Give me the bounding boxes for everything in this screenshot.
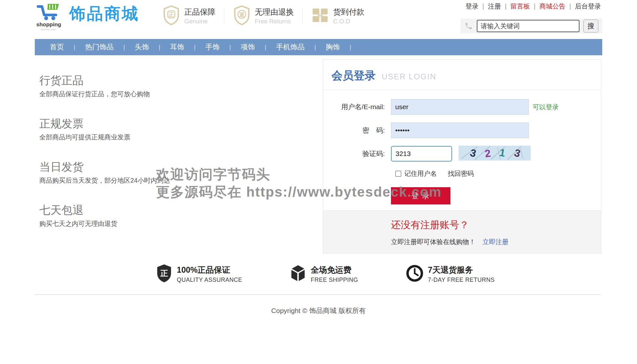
footer-divider	[35, 294, 601, 295]
clock-icon	[406, 265, 423, 283]
register-hint: 立即注册即可体验在线购物！	[391, 238, 475, 245]
svg-text:正: 正	[160, 269, 168, 278]
feature-title: 七天包退	[39, 203, 179, 217]
remember-checkbox[interactable]	[395, 171, 401, 177]
remember-label: 记住用户名	[404, 169, 437, 178]
copyright-text: Copyright © 饰品商城 版权所有	[0, 306, 637, 315]
search-bar: 搜	[461, 19, 602, 33]
login-footer: 还没有注册账号？ 立即注册即可体验在线购物！ 立即注册	[323, 210, 601, 253]
password-field[interactable]	[391, 123, 529, 138]
shield-returns-icon: 退	[233, 5, 251, 27]
badge-separator	[224, 8, 224, 23]
nav-item-necklaces[interactable]: 项饰	[231, 42, 265, 52]
top-links: 登录|注册|留言板|商城公告|后台登录	[465, 2, 601, 11]
password-label: 密 码:	[323, 126, 385, 135]
badge-title: 货到付款	[333, 7, 364, 17]
username-field[interactable]	[391, 99, 529, 115]
register-line: 立即注册即可体验在线购物！ 立即注册	[391, 238, 601, 246]
shield-genuine-icon: 正	[162, 5, 180, 27]
feature-same-day-shipping: 当日发货 商品购买后当天发货，部分地区24小时内到达	[39, 160, 179, 185]
logo-shopping-label: shopping	[36, 21, 61, 28]
bottom-feature-quality: 正 100%正品保证 QUALITY ASSURANCE	[156, 264, 242, 284]
bottom-feature-subtitle: 7-DAY FREE RETURNS	[428, 277, 495, 283]
badge-subtitle: Genuine	[184, 18, 215, 25]
feature-title: 正规发票	[39, 117, 179, 130]
feature-title: 行货正品	[39, 73, 179, 87]
bottom-feature-subtitle: FREE SHIPPING	[311, 277, 358, 283]
feature-desc: 全部商品均可提供正规商业发票	[39, 133, 179, 142]
badge-genuine: 正 正品保障 Genuine	[162, 5, 215, 27]
bottom-feature-returns: 7天退货服务 7-DAY FREE RETURNS	[406, 264, 495, 284]
features-left: 行货正品 全部商品保证行货正品，您可放心购物 正规发票 全部商品均可提供正规商业…	[39, 73, 179, 246]
nav-item-brooches[interactable]: 胸饰	[316, 42, 350, 52]
link-mall-announcement[interactable]: 商城公告	[540, 3, 566, 10]
bottom-feature-title: 7天退货服务	[428, 265, 495, 275]
feature-seven-day-return: 七天包退 购买七天之内可无理由退货	[39, 203, 179, 228]
link-login[interactable]: 登录	[465, 3, 478, 10]
feature-authentic: 行货正品 全部商品保证行货正品，您可放心购物	[39, 73, 179, 98]
badge-cod: 货到付款 C.O.D	[311, 6, 364, 26]
feature-desc: 全部商品保证行货正品，您可放心购物	[39, 90, 179, 98]
nav-item-phone-accessories[interactable]: 手机饰品	[266, 42, 314, 52]
badge-separator	[302, 8, 303, 23]
login-header: 会员登录 USER LOGIN	[323, 60, 601, 90]
username-row: 用户名/E-mail: 可以登录	[323, 99, 601, 115]
page: shopping online cart 饰品商城 正 正品保障 Genuine	[0, 0, 637, 364]
register-now-link[interactable]: 立即注册	[483, 238, 509, 245]
shield-icon: 正	[156, 264, 172, 284]
forgot-password-link[interactable]: 找回密码	[448, 169, 474, 178]
login-form: 用户名/E-mail: 可以登录 密 码: 验证码:	[323, 90, 601, 204]
main-nav: 首页| 热门饰品| 头饰| 耳饰| 手饰| 项饰| 手机饰品| 胸饰|	[35, 39, 602, 55]
link-admin-login[interactable]: 后台登录	[575, 3, 601, 10]
login-panel: 会员登录 USER LOGIN 用户名/E-mail: 可以登录 密 码: 验证…	[323, 59, 601, 254]
logo[interactable]: shopping online cart 饰品商城	[35, 2, 139, 31]
nav-item-bracelets[interactable]: 手饰	[196, 42, 229, 52]
header: shopping online cart 饰品商城 正 正品保障 Genuine	[35, 0, 602, 39]
password-row: 密 码:	[323, 123, 601, 138]
bottom-features: 正 100%正品保证 QUALITY ASSURANCE 全场免运费 FREE …	[156, 264, 495, 284]
username-ok-hint: 可以登录	[533, 103, 559, 111]
link-register[interactable]: 注册	[488, 3, 501, 10]
bottom-feature-title: 全场免运费	[311, 265, 358, 275]
main-content: 行货正品 全部商品保证行货正品，您可放心购物 正规发票 全部商品均可提供正规商业…	[35, 55, 602, 260]
cube-icon	[290, 264, 306, 284]
badge-subtitle: Free Returns	[255, 18, 294, 25]
brand-title: 饰品商城	[69, 2, 139, 25]
svg-text:退: 退	[239, 12, 245, 18]
search-input[interactable]	[477, 20, 579, 32]
badge-title: 正品保障	[184, 7, 215, 17]
feature-desc: 商品购买后当天发货，部分地区24小时内到达	[39, 176, 179, 185]
search-button[interactable]: 搜	[583, 20, 598, 32]
login-submit-button[interactable]: 登 录	[391, 187, 450, 204]
shopping-cart-icon	[36, 2, 61, 22]
badge-title: 无理由退换	[255, 7, 294, 17]
nav-item-headwear[interactable]: 头饰	[125, 42, 159, 52]
link-message-board[interactable]: 留言板	[511, 3, 530, 10]
feature-invoice: 正规发票 全部商品均可提供正规商业发票	[39, 117, 179, 142]
gift-cod-icon	[311, 6, 329, 26]
phone-icon	[464, 22, 473, 30]
bottom-feature-title: 100%正品保证	[177, 265, 242, 275]
logo-sub-label: online cart	[41, 28, 57, 31]
nav-item-home[interactable]: 首页	[40, 42, 74, 52]
header-badges: 正 正品保障 Genuine 退 无理由退换	[162, 6, 364, 26]
login-subtitle: USER LOGIN	[382, 72, 436, 81]
bottom-feature-subtitle: QUALITY ASSURANCE	[177, 277, 242, 283]
feature-desc: 购买七天之内可无理由退货	[39, 219, 179, 228]
nav-item-earrings[interactable]: 耳饰	[160, 42, 194, 52]
username-label: 用户名/E-mail:	[323, 102, 385, 111]
badge-subtitle: C.O.D	[333, 18, 364, 25]
svg-text:正: 正	[168, 12, 174, 18]
captcha-row: 验证码: 3 2 1	[323, 146, 601, 162]
feature-title: 当日发货	[39, 160, 179, 174]
badge-free-returns: 退 无理由退换 Free Returns	[233, 5, 294, 27]
login-title: 会员登录	[332, 69, 376, 82]
no-account-text: 还没有注册账号？	[391, 218, 601, 232]
nav-item-hot[interactable]: 热门饰品	[75, 42, 124, 52]
captcha-field[interactable]	[391, 146, 452, 162]
bottom-feature-shipping: 全场免运费 FREE SHIPPING	[290, 264, 358, 284]
captcha-label: 验证码:	[323, 149, 385, 158]
captcha-image[interactable]: 3 2 1 3	[459, 146, 531, 162]
remember-row: 记住用户名 找回密码	[395, 169, 601, 178]
